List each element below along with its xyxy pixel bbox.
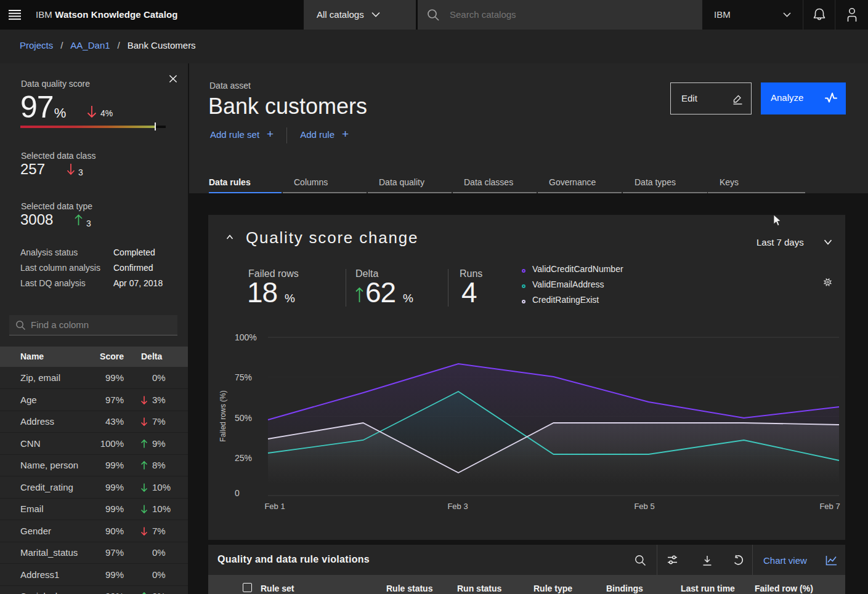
svg-text:50%: 50% bbox=[235, 413, 252, 423]
svg-text:0: 0 bbox=[235, 488, 240, 498]
svg-text:75%: 75% bbox=[235, 372, 252, 382]
svg-text:Failed rows (%): Failed rows (%) bbox=[219, 390, 227, 441]
svg-text:Feb 5: Feb 5 bbox=[634, 502, 654, 511]
svg-text:25%: 25% bbox=[235, 453, 252, 463]
svg-text:Feb 7: Feb 7 bbox=[819, 502, 840, 511]
svg-text:100%: 100% bbox=[235, 332, 257, 342]
svg-text:Feb 3: Feb 3 bbox=[447, 502, 468, 511]
svg-text:Feb 1: Feb 1 bbox=[264, 502, 285, 511]
